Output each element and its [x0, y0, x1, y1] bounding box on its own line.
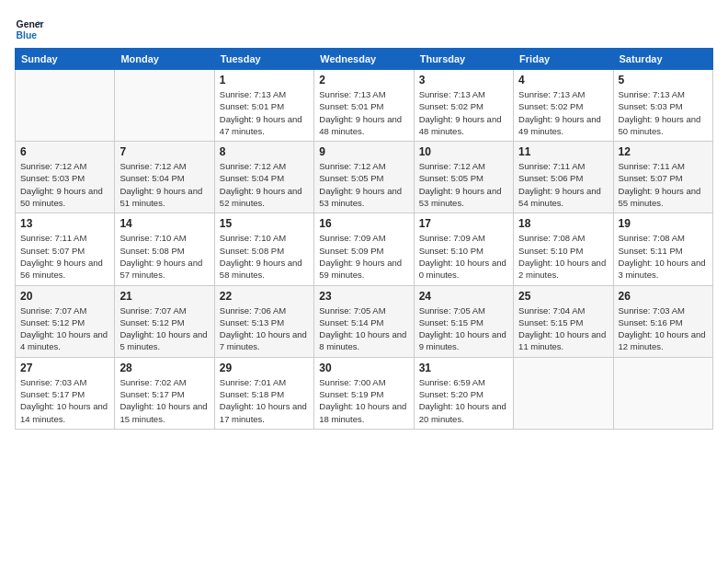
day-number: 24: [419, 290, 508, 303]
column-header-thursday: Thursday: [414, 49, 513, 70]
day-number: 29: [220, 362, 309, 374]
day-info: Sunrise: 7:10 AM Sunset: 5:08 PM Dayligh…: [119, 232, 209, 281]
day-info: Sunrise: 7:12 AM Sunset: 5:04 PM Dayligh…: [220, 160, 309, 209]
day-info: Sunrise: 7:13 AM Sunset: 5:01 PM Dayligh…: [220, 88, 309, 137]
day-number: 26: [619, 290, 708, 303]
calendar-cell: [16, 70, 115, 142]
day-number: 21: [119, 290, 209, 303]
day-number: 9: [319, 145, 408, 158]
day-number: 20: [20, 290, 109, 303]
day-number: 11: [518, 145, 608, 158]
calendar-cell: 21Sunrise: 7:07 AM Sunset: 5:12 PM Dayli…: [115, 285, 214, 357]
calendar-week-row: 13Sunrise: 7:11 AM Sunset: 5:07 PM Dayli…: [16, 213, 713, 285]
calendar-cell: 1Sunrise: 7:13 AM Sunset: 5:01 PM Daylig…: [214, 70, 313, 142]
calendar-cell: 2Sunrise: 7:13 AM Sunset: 5:01 PM Daylig…: [314, 70, 414, 142]
day-info: Sunrise: 7:05 AM Sunset: 5:14 PM Dayligh…: [319, 304, 408, 353]
day-number: 1: [220, 74, 309, 86]
day-info: Sunrise: 7:13 AM Sunset: 5:02 PM Dayligh…: [419, 88, 508, 137]
calendar-cell: 3Sunrise: 7:13 AM Sunset: 5:02 PM Daylig…: [414, 70, 513, 142]
calendar-cell: [613, 357, 712, 429]
calendar-header-row: SundayMondayTuesdayWednesdayThursdayFrid…: [16, 49, 713, 70]
calendar-cell: 20Sunrise: 7:07 AM Sunset: 5:12 PM Dayli…: [16, 285, 115, 357]
calendar-cell: 12Sunrise: 7:11 AM Sunset: 5:07 PM Dayli…: [613, 142, 712, 213]
day-info: Sunrise: 7:11 AM Sunset: 5:06 PM Dayligh…: [518, 160, 608, 209]
day-number: 4: [518, 74, 608, 86]
day-info: Sunrise: 7:07 AM Sunset: 5:12 PM Dayligh…: [119, 304, 209, 353]
calendar-cell: 17Sunrise: 7:09 AM Sunset: 5:10 PM Dayli…: [414, 213, 513, 285]
logo-icon: General Blue: [15, 15, 44, 44]
day-info: Sunrise: 7:13 AM Sunset: 5:02 PM Dayligh…: [518, 88, 608, 137]
calendar-cell: 13Sunrise: 7:11 AM Sunset: 5:07 PM Dayli…: [16, 213, 115, 285]
calendar-cell: 15Sunrise: 7:10 AM Sunset: 5:08 PM Dayli…: [214, 213, 313, 285]
day-info: Sunrise: 7:11 AM Sunset: 5:07 PM Dayligh…: [619, 160, 708, 209]
calendar-cell: 7Sunrise: 7:12 AM Sunset: 5:04 PM Daylig…: [115, 142, 214, 213]
calendar-cell: 4Sunrise: 7:13 AM Sunset: 5:02 PM Daylig…: [514, 70, 613, 142]
column-header-tuesday: Tuesday: [214, 49, 313, 70]
day-number: 10: [419, 145, 508, 158]
calendar-week-row: 6Sunrise: 7:12 AM Sunset: 5:03 PM Daylig…: [16, 142, 713, 213]
day-number: 3: [419, 74, 508, 86]
day-info: Sunrise: 7:00 AM Sunset: 5:19 PM Dayligh…: [319, 376, 408, 425]
day-info: Sunrise: 7:06 AM Sunset: 5:13 PM Dayligh…: [220, 304, 309, 353]
calendar-cell: [115, 70, 214, 142]
day-info: Sunrise: 7:01 AM Sunset: 5:18 PM Dayligh…: [220, 376, 309, 425]
day-number: 13: [20, 217, 109, 230]
calendar-cell: [514, 357, 613, 429]
column-header-friday: Friday: [514, 49, 613, 70]
page-header: General Blue: [15, 15, 713, 44]
day-info: Sunrise: 7:12 AM Sunset: 5:03 PM Dayligh…: [20, 160, 109, 209]
day-info: Sunrise: 7:03 AM Sunset: 5:17 PM Dayligh…: [20, 376, 109, 425]
calendar-cell: 6Sunrise: 7:12 AM Sunset: 5:03 PM Daylig…: [16, 142, 115, 213]
svg-text:General: General: [17, 19, 44, 29]
calendar-cell: 31Sunrise: 6:59 AM Sunset: 5:20 PM Dayli…: [414, 357, 513, 429]
calendar-cell: 11Sunrise: 7:11 AM Sunset: 5:06 PM Dayli…: [514, 142, 613, 213]
day-number: 14: [119, 217, 209, 230]
column-header-wednesday: Wednesday: [314, 49, 414, 70]
calendar-week-row: 27Sunrise: 7:03 AM Sunset: 5:17 PM Dayli…: [16, 357, 713, 429]
calendar-cell: 10Sunrise: 7:12 AM Sunset: 5:05 PM Dayli…: [414, 142, 513, 213]
calendar-cell: 18Sunrise: 7:08 AM Sunset: 5:10 PM Dayli…: [514, 213, 613, 285]
day-info: Sunrise: 7:09 AM Sunset: 5:10 PM Dayligh…: [419, 232, 508, 281]
day-number: 18: [518, 217, 608, 230]
calendar-week-row: 1Sunrise: 7:13 AM Sunset: 5:01 PM Daylig…: [16, 70, 713, 142]
calendar-cell: 8Sunrise: 7:12 AM Sunset: 5:04 PM Daylig…: [214, 142, 313, 213]
day-number: 17: [419, 217, 508, 230]
day-info: Sunrise: 7:13 AM Sunset: 5:03 PM Dayligh…: [619, 88, 708, 137]
day-info: Sunrise: 7:08 AM Sunset: 5:11 PM Dayligh…: [619, 232, 708, 281]
day-info: Sunrise: 7:07 AM Sunset: 5:12 PM Dayligh…: [20, 304, 109, 353]
day-info: Sunrise: 7:03 AM Sunset: 5:16 PM Dayligh…: [619, 304, 708, 353]
day-number: 30: [319, 362, 408, 374]
day-info: Sunrise: 7:12 AM Sunset: 5:05 PM Dayligh…: [319, 160, 408, 209]
day-info: Sunrise: 7:08 AM Sunset: 5:10 PM Dayligh…: [518, 232, 608, 281]
day-number: 25: [518, 290, 608, 303]
day-number: 12: [619, 145, 708, 158]
column-header-saturday: Saturday: [613, 49, 712, 70]
day-info: Sunrise: 7:12 AM Sunset: 5:05 PM Dayligh…: [419, 160, 508, 209]
day-number: 27: [20, 362, 109, 374]
day-number: 5: [619, 74, 708, 86]
day-info: Sunrise: 7:04 AM Sunset: 5:15 PM Dayligh…: [518, 304, 608, 353]
day-number: 23: [319, 290, 408, 303]
calendar-cell: 19Sunrise: 7:08 AM Sunset: 5:11 PM Dayli…: [613, 213, 712, 285]
svg-text:Blue: Blue: [17, 30, 38, 40]
day-info: Sunrise: 6:59 AM Sunset: 5:20 PM Dayligh…: [419, 376, 508, 425]
day-info: Sunrise: 7:09 AM Sunset: 5:09 PM Dayligh…: [319, 232, 408, 281]
day-number: 16: [319, 217, 408, 230]
day-number: 8: [220, 145, 309, 158]
day-number: 28: [119, 362, 209, 374]
calendar-table: SundayMondayTuesdayWednesdayThursdayFrid…: [15, 48, 713, 430]
day-info: Sunrise: 7:10 AM Sunset: 5:08 PM Dayligh…: [220, 232, 309, 281]
day-number: 15: [220, 217, 309, 230]
day-info: Sunrise: 7:12 AM Sunset: 5:04 PM Dayligh…: [119, 160, 209, 209]
logo: General Blue: [15, 15, 44, 44]
calendar-cell: 28Sunrise: 7:02 AM Sunset: 5:17 PM Dayli…: [115, 357, 214, 429]
calendar-cell: 22Sunrise: 7:06 AM Sunset: 5:13 PM Dayli…: [214, 285, 313, 357]
day-number: 6: [20, 145, 109, 158]
calendar-cell: 24Sunrise: 7:05 AM Sunset: 5:15 PM Dayli…: [414, 285, 513, 357]
calendar-cell: 25Sunrise: 7:04 AM Sunset: 5:15 PM Dayli…: [514, 285, 613, 357]
day-info: Sunrise: 7:13 AM Sunset: 5:01 PM Dayligh…: [319, 88, 408, 137]
day-number: 7: [119, 145, 209, 158]
calendar-week-row: 20Sunrise: 7:07 AM Sunset: 5:12 PM Dayli…: [16, 285, 713, 357]
day-number: 22: [220, 290, 309, 303]
calendar-cell: 9Sunrise: 7:12 AM Sunset: 5:05 PM Daylig…: [314, 142, 414, 213]
